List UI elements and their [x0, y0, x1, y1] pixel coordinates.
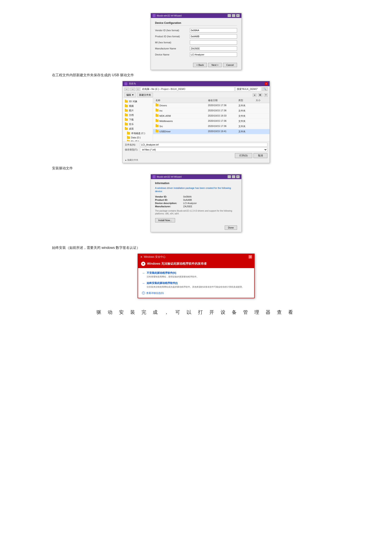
info-dialog-titlebar: libusb-win32 Inf-Wizard — □ ✕ — [151, 174, 241, 179]
option2-title[interactable]: 始终安装此驱动程序软件(I) — [147, 281, 244, 285]
wizard-field-input-2[interactable] — [190, 40, 237, 45]
option1-title[interactable]: 不安装此驱动程序软件(N) — [147, 271, 199, 275]
arrow-icon-1: → — [142, 271, 145, 275]
info-dialog-title: libusb-win32 Inf-Wizard — [157, 175, 182, 178]
search-box[interactable]: 搜索"BULK_DEMO" — [235, 87, 261, 91]
file-date-1: 2020/10/15 17:36 — [207, 109, 238, 113]
info-dialog-icon — [153, 175, 156, 178]
back-nav-button[interactable]: ← — [124, 88, 129, 91]
up-nav-button[interactable]: ↑ — [136, 88, 140, 91]
file-size-0 — [255, 104, 268, 108]
cancel-button[interactable]: 取消 — [253, 153, 267, 158]
info-field-value-3: ZAJSEE — [183, 205, 192, 208]
row-folder-icon-4 — [156, 125, 159, 127]
details-circle-icon: ▽ — [142, 291, 145, 295]
address-bar[interactable]: 此电脑 › file (E:) › Project › BULK_DEMO — [141, 87, 234, 91]
filename-input[interactable] — [140, 143, 267, 147]
file-date-4: 2020/10/15 17:36 — [207, 124, 238, 128]
info-field-row-3: Manufacturer: ZAJSEE — [155, 205, 237, 208]
file-row-4[interactable]: Src 2020/10/15 17:36 文件夹 — [153, 124, 270, 129]
info-field-value-0: 0x08AA — [183, 195, 192, 198]
info-restore-button[interactable]: □ — [232, 175, 235, 178]
help-button[interactable]: ? — [264, 93, 268, 97]
sidebar-label-3: 文档 — [129, 113, 134, 117]
search-button[interactable]: 🔍 — [262, 87, 268, 91]
restore-button[interactable]: □ — [232, 14, 235, 17]
security-close-button[interactable]: ✕ — [249, 255, 252, 259]
file-size-5 — [255, 130, 268, 134]
done-button[interactable]: Done — [225, 225, 237, 230]
view-details-button[interactable]: ⊞ — [258, 93, 262, 97]
wizard-field-input-0[interactable] — [190, 28, 237, 33]
new-folder-button[interactable]: 新建文件夹 — [137, 93, 153, 97]
wizard-field-row-0: Vendor ID (hex format) — [155, 28, 237, 33]
caption-3: 始终安装（如前所述，需要关闭 windows 数字签名认证） — [52, 246, 375, 250]
folder-icon-9 — [127, 140, 130, 141]
file-row-3[interactable]: Middlewares 2020/10/15 17:36 文件夹 — [153, 119, 270, 124]
sidebar-item-9[interactable]: file (E:) — [123, 139, 153, 141]
info-minimize-button[interactable]: — — [228, 175, 231, 178]
filename-row: 文件名(N): — [125, 143, 267, 147]
wizard-field-row-3: Manufacturer Name — [155, 46, 237, 51]
sidebar-item-7[interactable]: 本地磁盘 (C:) — [123, 131, 153, 136]
filetype-label: 保存类型(T): — [125, 148, 140, 151]
hide-folders-text[interactable]: ▲ 隐藏文件夹 — [125, 159, 267, 162]
sidebar-item-8[interactable]: Data (D:) — [123, 136, 153, 139]
wizard-body-1: Device Configuration Vendor ID (hex form… — [151, 18, 241, 61]
wizard-section-title: Device Configuration — [155, 21, 237, 26]
filetype-select[interactable]: inf files (*.inf) — [140, 147, 267, 152]
file-toolbar-2: 编辑 ▼ 新建文件夹 ≡ ⊞ ? — [123, 92, 270, 98]
file-date-0: 2020/10/15 17:36 — [207, 104, 238, 108]
arrow-icon-2: → — [142, 282, 145, 285]
file-row-1[interactable]: Inc 2020/10/15 17:36 文件夹 — [153, 108, 270, 113]
row-folder-icon-3 — [156, 119, 159, 122]
sidebar-label-4: 下载 — [129, 118, 134, 121]
file-dialog-close-button[interactable]: ✕ — [265, 82, 268, 85]
details-label: 查看详细信息(D) — [146, 291, 164, 295]
sidebar-label-2: 图片 — [129, 109, 134, 112]
wizard-title: libusb-win32 Inf-Wizard — [157, 14, 182, 17]
wizard-field-input-1[interactable] — [190, 34, 237, 39]
row-folder-icon-5 — [156, 130, 159, 132]
minimize-button[interactable]: — — [228, 14, 231, 17]
wizard-field-input-4[interactable] — [190, 52, 237, 57]
folder-icon-2 — [125, 109, 128, 112]
info-close-button[interactable]: ✕ — [236, 175, 240, 178]
file-name-1: Inc — [155, 109, 207, 113]
sidebar-label-1: 视频 — [129, 104, 134, 108]
folder-icon-0 — [125, 100, 128, 103]
sidebar-item-0[interactable]: 3D 对象 — [123, 99, 153, 104]
wizard-field-input-3[interactable] — [190, 46, 237, 51]
close-button[interactable]: ✕ — [236, 14, 240, 17]
file-dialog-titlebar: 另存为 ✕ — [123, 81, 270, 86]
sidebar-item-6[interactable]: 桌面 — [123, 126, 153, 131]
save-button[interactable]: 打开(O) — [235, 153, 252, 158]
sidebar-item-3[interactable]: 文档 — [123, 113, 153, 117]
file-row-5[interactable]: USBDriver 2020/10/15 19:41 文件夹 — [153, 129, 270, 134]
option1-desc: 没有查看制造商网站，获得设备的更新驱动程序软件。 — [147, 275, 199, 278]
wizard-footer-1: < Back Next > Cancel — [151, 61, 241, 70]
security-body: → 不安装此驱动程序软件(N) 没有查看制造商网站，获得设备的更新驱动程序软件。… — [138, 268, 254, 298]
sidebar-item-1[interactable]: 视频 — [123, 104, 153, 108]
sidebar-label-9: file (E:) — [131, 140, 139, 141]
file-row-0[interactable]: Drivers 2020/10/15 17:36 文件夹 — [153, 103, 270, 108]
install-button[interactable]: Install Now... — [155, 218, 175, 222]
filetype-row: 保存类型(T): inf files (*.inf) — [125, 147, 267, 152]
security-header: ✕ Windows 无法验证此驱动程序软件的发布者 — [138, 260, 254, 268]
wizard-field-label-0: Vendor ID (hex format) — [155, 29, 190, 32]
security-details-row[interactable]: ▽ 查看详细信息(D) — [142, 291, 250, 295]
file-list-rows: Drivers 2020/10/15 17:36 文件夹 Inc 2020/10… — [153, 103, 270, 134]
file-size-2 — [255, 114, 268, 118]
next-button[interactable]: Next > — [208, 63, 222, 67]
file-row-2[interactable]: MDK-ARM 2020/10/15 19:33 文件夹 — [153, 113, 270, 119]
file-type-1: 文件夹 — [238, 109, 255, 113]
sidebar-item-5[interactable]: 音乐 — [123, 122, 153, 126]
edit-menu-button[interactable]: 编辑 ▼ — [124, 93, 136, 97]
back-button[interactable]: < Back — [193, 63, 207, 67]
sidebar-item-4[interactable]: 下载 — [123, 117, 153, 122]
cancel-button[interactable]: Cancel — [223, 63, 237, 67]
wizard-field-label-2: MI (hex format) — [155, 41, 190, 44]
view-list-button[interactable]: ≡ — [253, 93, 257, 97]
sidebar-item-2[interactable]: 图片 — [123, 108, 153, 113]
forward-nav-button[interactable]: → — [130, 88, 135, 91]
